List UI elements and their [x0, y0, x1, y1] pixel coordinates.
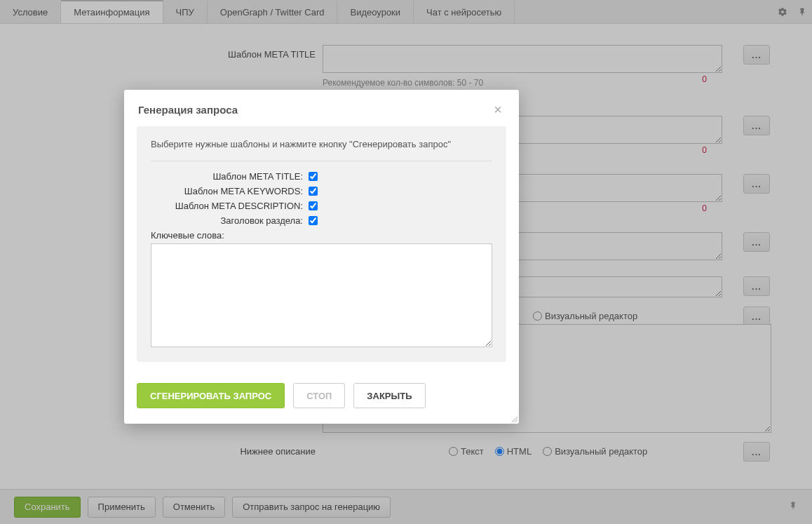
modal-instruction: Выберите нужные шаблоны и нажмите кнопку…	[151, 139, 492, 161]
check-label: Шаблон META KEYWORDS:	[151, 186, 309, 196]
check-row-section-title: Заголовок раздела:	[151, 215, 492, 226]
check-label: Шаблон META DESCRIPTION:	[151, 201, 309, 211]
check-label: Заголовок раздела:	[151, 215, 309, 226]
close-button[interactable]: ЗАКРЫТЬ	[353, 383, 425, 408]
check-meta-description[interactable]	[309, 201, 318, 210]
check-label: Шаблон META TITLE:	[151, 171, 309, 182]
keywords-label: Ключевые слова:	[151, 230, 492, 241]
check-row-meta-description: Шаблон META DESCRIPTION:	[151, 201, 492, 211]
check-row-meta-title: Шаблон META TITLE:	[151, 171, 492, 182]
check-row-meta-keywords: Шаблон META KEYWORDS:	[151, 186, 492, 196]
keywords-textarea[interactable]	[151, 243, 492, 347]
generate-button[interactable]: СГЕНЕРИРОВАТЬ ЗАПРОС	[137, 383, 285, 408]
check-section-title[interactable]	[309, 216, 318, 225]
modal-checks: Шаблон META TITLE: Шаблон META KEYWORDS:…	[151, 171, 492, 226]
stop-button[interactable]: СТОП	[293, 383, 345, 408]
resize-handle-icon[interactable]	[509, 414, 517, 422]
close-icon[interactable]: ×	[491, 102, 505, 116]
check-meta-title[interactable]	[309, 172, 318, 181]
modal-generate-request: Генерация запроса × Выберите нужные шабл…	[124, 90, 519, 424]
check-meta-keywords[interactable]	[309, 187, 318, 196]
modal-title: Генерация запроса	[138, 104, 238, 116]
